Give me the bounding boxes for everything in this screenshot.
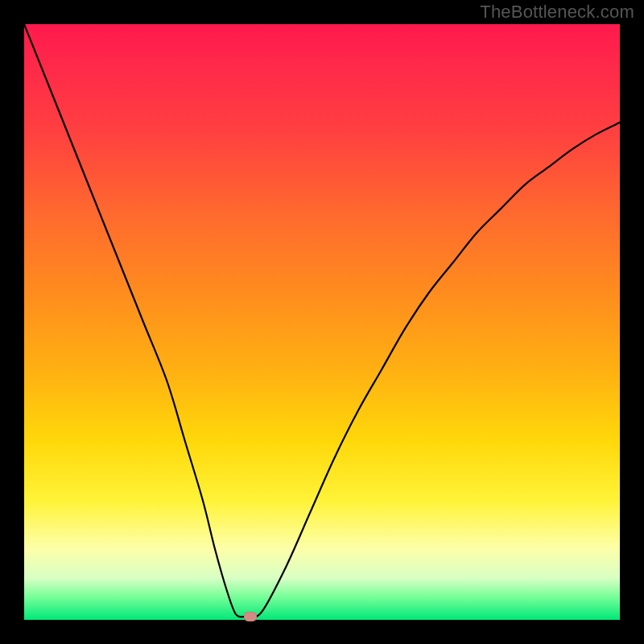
plot-area (24, 24, 620, 620)
watermark-text: TheBottleneck.com (480, 2, 634, 23)
chart-frame: TheBottleneck.com (0, 0, 644, 644)
optimal-point-marker (244, 612, 257, 621)
bottleneck-curve (24, 24, 620, 617)
curve-svg (24, 24, 620, 620)
